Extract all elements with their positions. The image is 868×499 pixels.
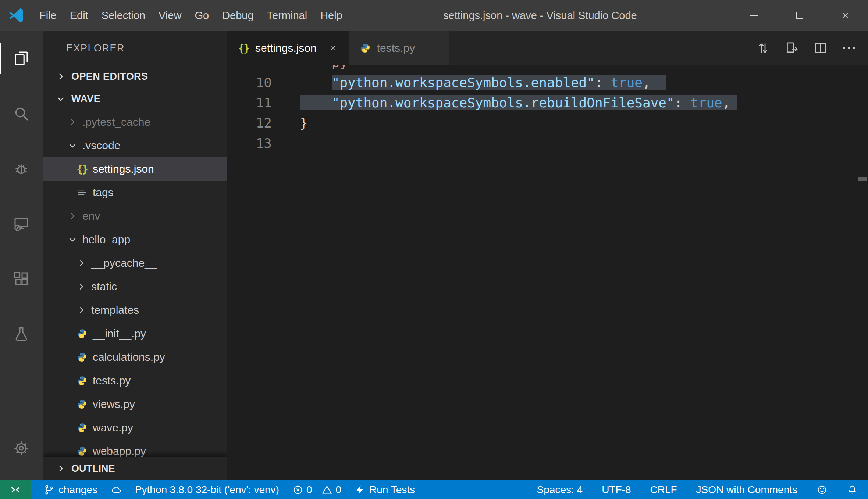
minimize-button[interactable]: [731, 0, 777, 31]
code-lines: py "python.workspaceSymbols.enabled": tr…: [300, 65, 868, 153]
tree-item-settings-json[interactable]: {} settings.json: [43, 157, 227, 181]
python-icon: [76, 422, 88, 433]
tree-item-tests-py[interactable]: tests.py: [43, 369, 227, 392]
tree-item-vscode[interactable]: .vscode: [43, 134, 227, 157]
line-number: 10: [227, 72, 300, 93]
cloud-icon: [111, 484, 122, 495]
activity-search[interactable]: [0, 86, 43, 141]
menu-debug[interactable]: Debug: [216, 0, 260, 31]
line-number: 11: [227, 93, 300, 113]
tree-item-templates[interactable]: templates: [43, 298, 227, 322]
tree-item-env[interactable]: env: [43, 204, 227, 228]
vscode-window: File Edit Selection View Go Debug Termin…: [0, 0, 868, 499]
minimize-icon: [750, 15, 758, 16]
menu-terminal[interactable]: Terminal: [260, 0, 314, 31]
run-tests-status[interactable]: Run Tests: [355, 484, 415, 496]
indentation-status[interactable]: Spaces: 4: [537, 484, 583, 496]
activity-settings[interactable]: [0, 421, 43, 476]
tree-item-calculations-py[interactable]: calculations.py: [43, 345, 227, 369]
activity-test[interactable]: [0, 306, 43, 362]
main-area: EXPLORER OPEN EDITORS WAVE .pytest_cache…: [0, 31, 868, 480]
tree-item-views-py[interactable]: views.py: [43, 392, 227, 416]
maximize-icon: [796, 12, 803, 19]
file-tree: .pytest_cache .vscode {} settings.json t…: [43, 110, 227, 463]
menu-selection[interactable]: Selection: [95, 0, 152, 31]
code-editor[interactable]: 10 11 12 13 py "python.workspaceSymbols.…: [227, 65, 868, 480]
tree-item-wave-py[interactable]: wave.py: [43, 416, 227, 439]
git-branch-status[interactable]: changes: [44, 484, 97, 496]
section-open-editors[interactable]: OPEN EDITORS: [43, 65, 227, 87]
split-editor-icon[interactable]: [813, 41, 828, 55]
json-icon: {}: [237, 42, 250, 54]
chevron-down-icon: [67, 235, 78, 244]
activity-remote[interactable]: [0, 196, 43, 251]
activity-extensions[interactable]: [0, 251, 43, 306]
menu-view[interactable]: View: [152, 0, 188, 31]
menu-go[interactable]: Go: [188, 0, 216, 31]
chevron-right-icon: [67, 117, 78, 127]
tags-file-icon: [76, 187, 88, 198]
python-icon: [76, 352, 88, 363]
language-mode-status[interactable]: JSON with Comments: [696, 484, 797, 496]
tree-item-init-py[interactable]: __init__.py: [43, 322, 227, 345]
section-outline[interactable]: OUTLINE: [43, 457, 227, 480]
eol-status[interactable]: CRLF: [650, 484, 677, 496]
python-icon: [76, 328, 88, 339]
menu-edit[interactable]: Edit: [63, 0, 95, 31]
python-icon: [76, 375, 88, 386]
problems-status[interactable]: 0 0: [292, 484, 341, 496]
tab-tests-py[interactable]: tests.py: [349, 31, 449, 65]
bell-icon: [847, 484, 858, 495]
extensions-icon: [13, 270, 30, 288]
lightning-icon: [355, 484, 366, 495]
menu-file[interactable]: File: [33, 0, 63, 31]
tree-item-tags[interactable]: tags: [43, 181, 227, 204]
remote-explorer-icon: [13, 215, 30, 233]
maximize-button[interactable]: [777, 0, 822, 31]
vscode-logo-icon: [8, 7, 25, 24]
files-icon: [13, 50, 30, 67]
tab-bar: {} settings.json tests.py ···: [227, 31, 868, 65]
menu-bar: File Edit Selection View Go Debug Termin…: [33, 0, 349, 31]
tree-item-hello-app[interactable]: hello_app: [43, 228, 227, 251]
close-button[interactable]: [822, 0, 868, 31]
activity-explorer[interactable]: [0, 31, 43, 86]
editor-actions: ···: [756, 31, 868, 65]
sidebar-title: EXPLORER: [43, 31, 227, 65]
title-bar: File Edit Selection View Go Debug Termin…: [0, 0, 868, 31]
notifications-bell[interactable]: [847, 484, 858, 495]
remote-indicator[interactable]: [0, 480, 31, 499]
tab-settings-json[interactable]: {} settings.json: [227, 31, 349, 65]
sync-status[interactable]: [111, 484, 122, 495]
chevron-right-icon: [55, 72, 66, 81]
chevron-right-icon: [55, 464, 66, 473]
activity-debug[interactable]: [0, 141, 43, 196]
python-interpreter-status[interactable]: Python 3.8.0 32-bit ('env': venv): [135, 484, 279, 496]
warning-icon: [321, 484, 332, 495]
code-line-10: "python.workspaceSymbols.enabled": true,: [300, 72, 868, 93]
search-icon: [13, 105, 30, 122]
explorer-sidebar: EXPLORER OPEN EDITORS WAVE .pytest_cache…: [43, 31, 227, 480]
chevron-down-icon: [55, 94, 66, 104]
smiley-icon: [817, 484, 828, 495]
activity-bar: [0, 31, 43, 480]
more-actions-icon[interactable]: ···: [842, 41, 857, 55]
encoding-status[interactable]: UTF-8: [602, 484, 631, 496]
chevron-right-icon: [67, 211, 78, 221]
beaker-icon: [13, 325, 30, 343]
remote-icon: [9, 483, 22, 496]
tree-item-pycache[interactable]: __pycache__: [43, 251, 227, 275]
close-tab-icon[interactable]: [327, 43, 338, 54]
open-preview-icon[interactable]: [785, 41, 799, 55]
tree-item-static[interactable]: static: [43, 275, 227, 298]
chevron-right-icon: [76, 305, 87, 315]
chevron-down-icon: [67, 141, 78, 150]
tree-item-pytest-cache[interactable]: .pytest_cache: [43, 110, 227, 134]
menu-help[interactable]: Help: [314, 0, 349, 31]
feedback-smiley[interactable]: [817, 484, 828, 495]
error-icon: [292, 484, 303, 495]
line-number: 13: [227, 133, 300, 153]
open-changes-icon[interactable]: [756, 41, 771, 55]
section-root-wave[interactable]: WAVE: [43, 87, 227, 110]
line-number: [227, 65, 300, 72]
